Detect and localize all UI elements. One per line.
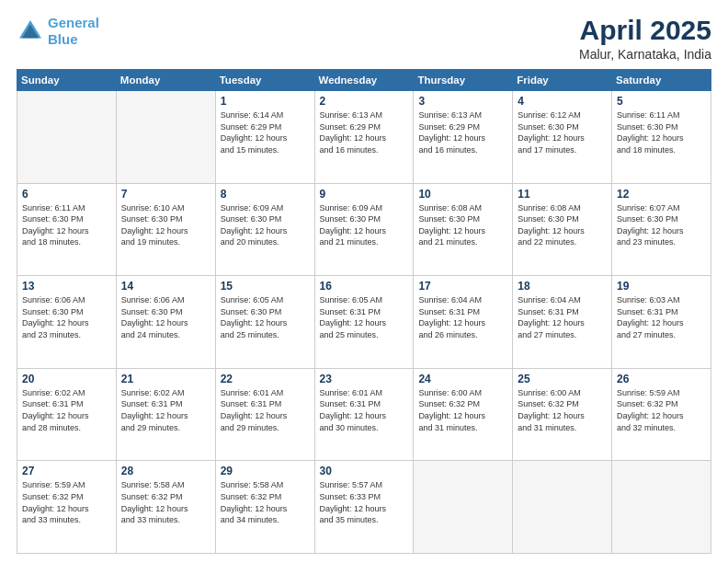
col-saturday: Saturday bbox=[612, 70, 711, 91]
day-info: Sunrise: 6:06 AM Sunset: 6:30 PM Dayligh… bbox=[22, 294, 111, 340]
col-wednesday: Wednesday bbox=[314, 70, 414, 91]
day-number: 2 bbox=[320, 95, 409, 108]
calendar-week-row: 1Sunrise: 6:14 AM Sunset: 6:29 PM Daylig… bbox=[17, 91, 711, 184]
calendar-week-row: 20Sunrise: 6:02 AM Sunset: 6:31 PM Dayli… bbox=[17, 368, 711, 461]
calendar-cell bbox=[414, 461, 513, 554]
day-number: 21 bbox=[121, 373, 210, 385]
calendar-cell: 1Sunrise: 6:14 AM Sunset: 6:29 PM Daylig… bbox=[215, 91, 314, 184]
day-number: 12 bbox=[617, 188, 706, 201]
calendar-cell: 6Sunrise: 6:11 AM Sunset: 6:30 PM Daylig… bbox=[17, 183, 117, 276]
calendar-cell: 2Sunrise: 6:13 AM Sunset: 6:29 PM Daylig… bbox=[314, 91, 414, 184]
day-number: 29 bbox=[221, 465, 310, 477]
day-info: Sunrise: 6:01 AM Sunset: 6:31 PM Dayligh… bbox=[221, 387, 310, 433]
page: General Blue April 2025 Malur, Karnataka… bbox=[0, 0, 728, 563]
day-info: Sunrise: 5:57 AM Sunset: 6:33 PM Dayligh… bbox=[320, 479, 409, 525]
day-number: 6 bbox=[22, 188, 111, 201]
day-info: Sunrise: 6:00 AM Sunset: 6:32 PM Dayligh… bbox=[418, 387, 507, 433]
logo-text: General Blue bbox=[48, 15, 99, 48]
day-number: 1 bbox=[221, 95, 310, 108]
calendar-cell: 18Sunrise: 6:04 AM Sunset: 6:31 PM Dayli… bbox=[513, 276, 612, 369]
calendar-cell: 17Sunrise: 6:04 AM Sunset: 6:31 PM Dayli… bbox=[414, 276, 513, 369]
day-info: Sunrise: 6:09 AM Sunset: 6:30 PM Dayligh… bbox=[320, 202, 409, 248]
calendar-cell: 10Sunrise: 6:08 AM Sunset: 6:30 PM Dayli… bbox=[414, 183, 513, 276]
day-number: 20 bbox=[22, 373, 111, 385]
calendar-cell: 19Sunrise: 6:03 AM Sunset: 6:31 PM Dayli… bbox=[612, 276, 711, 369]
calendar-cell: 13Sunrise: 6:06 AM Sunset: 6:30 PM Dayli… bbox=[17, 276, 117, 369]
day-number: 18 bbox=[518, 280, 607, 293]
calendar-cell: 12Sunrise: 6:07 AM Sunset: 6:30 PM Dayli… bbox=[612, 183, 711, 276]
day-info: Sunrise: 6:07 AM Sunset: 6:30 PM Dayligh… bbox=[617, 202, 706, 248]
calendar-week-row: 6Sunrise: 6:11 AM Sunset: 6:30 PM Daylig… bbox=[17, 183, 711, 276]
day-number: 27 bbox=[22, 465, 111, 477]
day-number: 7 bbox=[121, 188, 210, 201]
day-number: 9 bbox=[320, 188, 409, 201]
calendar-cell: 20Sunrise: 6:02 AM Sunset: 6:31 PM Dayli… bbox=[17, 368, 117, 461]
day-info: Sunrise: 6:04 AM Sunset: 6:31 PM Dayligh… bbox=[518, 294, 607, 340]
day-number: 15 bbox=[221, 280, 310, 293]
day-number: 25 bbox=[518, 373, 607, 385]
day-number: 11 bbox=[518, 188, 607, 201]
day-info: Sunrise: 6:02 AM Sunset: 6:31 PM Dayligh… bbox=[22, 387, 111, 433]
day-number: 26 bbox=[617, 373, 706, 385]
day-number: 8 bbox=[221, 188, 310, 201]
calendar-cell bbox=[17, 91, 117, 184]
day-info: Sunrise: 6:05 AM Sunset: 6:31 PM Dayligh… bbox=[320, 294, 409, 340]
calendar-cell: 14Sunrise: 6:06 AM Sunset: 6:30 PM Dayli… bbox=[116, 276, 215, 369]
day-number: 14 bbox=[121, 280, 210, 293]
day-info: Sunrise: 5:59 AM Sunset: 6:32 PM Dayligh… bbox=[617, 387, 706, 433]
main-title: April 2025 bbox=[579, 15, 711, 45]
calendar-cell: 7Sunrise: 6:10 AM Sunset: 6:30 PM Daylig… bbox=[116, 183, 215, 276]
day-number: 3 bbox=[418, 95, 507, 108]
calendar-cell: 11Sunrise: 6:08 AM Sunset: 6:30 PM Dayli… bbox=[513, 183, 612, 276]
sub-title: Malur, Karnataka, India bbox=[579, 47, 711, 62]
day-info: Sunrise: 6:04 AM Sunset: 6:31 PM Dayligh… bbox=[418, 294, 507, 340]
calendar-cell bbox=[116, 91, 215, 184]
calendar-cell: 21Sunrise: 6:02 AM Sunset: 6:31 PM Dayli… bbox=[116, 368, 215, 461]
calendar-cell: 5Sunrise: 6:11 AM Sunset: 6:30 PM Daylig… bbox=[612, 91, 711, 184]
day-info: Sunrise: 6:11 AM Sunset: 6:30 PM Dayligh… bbox=[617, 109, 706, 155]
calendar-cell: 25Sunrise: 6:00 AM Sunset: 6:32 PM Dayli… bbox=[513, 368, 612, 461]
day-info: Sunrise: 6:13 AM Sunset: 6:29 PM Dayligh… bbox=[320, 109, 409, 155]
calendar-cell: 30Sunrise: 5:57 AM Sunset: 6:33 PM Dayli… bbox=[314, 461, 414, 554]
calendar-cell: 3Sunrise: 6:13 AM Sunset: 6:29 PM Daylig… bbox=[414, 91, 513, 184]
day-info: Sunrise: 6:05 AM Sunset: 6:30 PM Dayligh… bbox=[221, 294, 310, 340]
day-info: Sunrise: 5:58 AM Sunset: 6:32 PM Dayligh… bbox=[121, 479, 210, 525]
day-number: 4 bbox=[518, 95, 607, 108]
calendar-week-row: 13Sunrise: 6:06 AM Sunset: 6:30 PM Dayli… bbox=[17, 276, 711, 369]
calendar-cell: 4Sunrise: 6:12 AM Sunset: 6:30 PM Daylig… bbox=[513, 91, 612, 184]
col-sunday: Sunday bbox=[17, 70, 117, 91]
day-info: Sunrise: 6:10 AM Sunset: 6:30 PM Dayligh… bbox=[121, 202, 210, 248]
day-info: Sunrise: 6:03 AM Sunset: 6:31 PM Dayligh… bbox=[617, 294, 706, 340]
col-monday: Monday bbox=[116, 70, 215, 91]
day-info: Sunrise: 6:13 AM Sunset: 6:29 PM Dayligh… bbox=[418, 109, 507, 155]
col-tuesday: Tuesday bbox=[215, 70, 314, 91]
day-number: 10 bbox=[418, 188, 507, 201]
logo-icon bbox=[17, 17, 44, 45]
calendar-cell: 27Sunrise: 5:59 AM Sunset: 6:32 PM Dayli… bbox=[17, 461, 117, 554]
header: General Blue April 2025 Malur, Karnataka… bbox=[17, 15, 711, 62]
day-info: Sunrise: 6:08 AM Sunset: 6:30 PM Dayligh… bbox=[518, 202, 607, 248]
calendar-cell: 24Sunrise: 6:00 AM Sunset: 6:32 PM Dayli… bbox=[414, 368, 513, 461]
day-info: Sunrise: 6:09 AM Sunset: 6:30 PM Dayligh… bbox=[221, 202, 310, 248]
logo: General Blue bbox=[17, 15, 99, 48]
calendar-cell: 26Sunrise: 5:59 AM Sunset: 6:32 PM Dayli… bbox=[612, 368, 711, 461]
day-info: Sunrise: 6:06 AM Sunset: 6:30 PM Dayligh… bbox=[121, 294, 210, 340]
calendar-table: Sunday Monday Tuesday Wednesday Thursday… bbox=[17, 69, 711, 554]
calendar-cell: 8Sunrise: 6:09 AM Sunset: 6:30 PM Daylig… bbox=[215, 183, 314, 276]
day-number: 22 bbox=[221, 373, 310, 385]
calendar-cell: 16Sunrise: 6:05 AM Sunset: 6:31 PM Dayli… bbox=[314, 276, 414, 369]
calendar-cell: 23Sunrise: 6:01 AM Sunset: 6:31 PM Dayli… bbox=[314, 368, 414, 461]
day-number: 24 bbox=[418, 373, 507, 385]
day-info: Sunrise: 6:11 AM Sunset: 6:30 PM Dayligh… bbox=[22, 202, 111, 248]
col-friday: Friday bbox=[513, 70, 612, 91]
day-info: Sunrise: 6:01 AM Sunset: 6:31 PM Dayligh… bbox=[320, 387, 409, 433]
col-thursday: Thursday bbox=[414, 70, 513, 91]
day-number: 30 bbox=[320, 465, 409, 477]
day-number: 19 bbox=[617, 280, 706, 293]
day-info: Sunrise: 6:02 AM Sunset: 6:31 PM Dayligh… bbox=[121, 387, 210, 433]
day-info: Sunrise: 6:12 AM Sunset: 6:30 PM Dayligh… bbox=[518, 109, 607, 155]
day-info: Sunrise: 6:08 AM Sunset: 6:30 PM Dayligh… bbox=[418, 202, 507, 248]
day-info: Sunrise: 6:14 AM Sunset: 6:29 PM Dayligh… bbox=[221, 109, 310, 155]
calendar-cell bbox=[513, 461, 612, 554]
calendar-cell: 22Sunrise: 6:01 AM Sunset: 6:31 PM Dayli… bbox=[215, 368, 314, 461]
